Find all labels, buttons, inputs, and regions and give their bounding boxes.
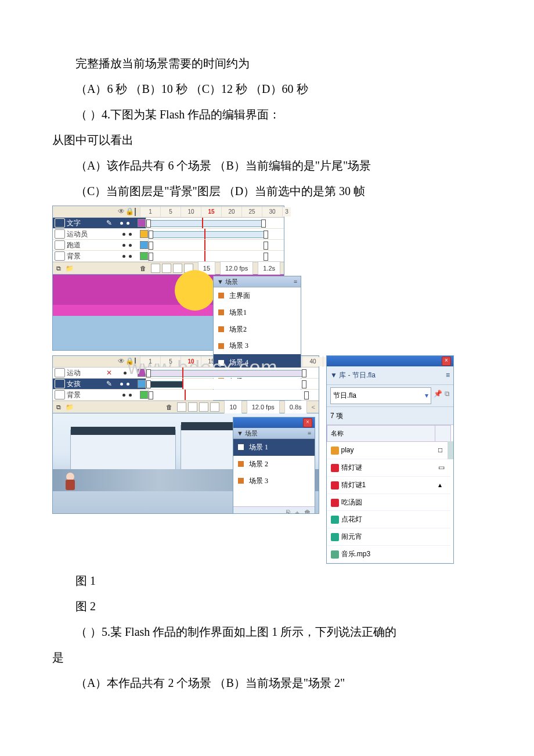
movieclip-icon [331,464,339,472]
scene-panel-title: ▼ 场景≡ [214,276,301,287]
scene-item[interactable]: 场景1 [214,304,301,321]
layer-color [138,219,146,227]
library-table: 名称 play□ 猜灯谜▭ 猜灯谜1▴ 吃汤圆 点花灯 闹元宵 音乐.mp3 [327,425,453,563]
frame-track[interactable] [146,218,284,228]
lock-icon: 🔒 [125,355,134,368]
eye-icon: 👁 [118,205,125,218]
fig2-label: 图 2 [52,595,476,617]
layer-color [140,230,148,238]
close-icon[interactable]: × [303,418,312,427]
outline-icon [135,208,136,216]
sun-shape [175,270,215,311]
add-scene-icon[interactable]: ＋ [294,506,301,514]
layer-type-icon [55,240,65,250]
q4-lead: 从图中可以看出 [52,129,476,151]
layer-name: 背景 [67,250,106,263]
fps-value: 12.0 fps [247,400,280,415]
library-title: ▼ 库 - 节日.fla [330,371,376,379]
list-item[interactable]: 猜灯谜1▴ [327,476,451,494]
elapsed-time: 1.2s [258,261,280,276]
delete-scene-icon[interactable]: 🗑 [304,506,311,514]
q4-optC: （C）当前图层是"背景"图层 （D）当前选中的是第 30 帧 [52,180,476,202]
list-item[interactable]: 音乐.mp3 [327,546,451,563]
panel-menu-icon[interactable]: ≡ [446,369,450,382]
list-item[interactable]: 猜灯谜▭ [327,459,451,477]
layer-type-icon [55,390,65,399]
eye-icon: 👁 [118,355,125,368]
pin-icon[interactable]: 📌 [434,387,442,404]
timeline-status: ⧉ 📁 🗑 10 12.0 fps 0.8s < [53,401,319,413]
library-item-count: 7 项 [327,407,453,426]
panel-menu-icon[interactable]: ≡ [294,276,297,288]
q5-stem: （ ）5.某 Flash 作品的制作界面如上图 1 所示，下列说法正确的 [52,621,476,643]
onion-skin-icons[interactable] [177,402,219,412]
layer-color [140,241,148,249]
close-icon[interactable]: × [442,357,451,366]
add-folder-icon[interactable]: 📁 [66,262,74,275]
fps-value: 12.0 fps [220,261,253,276]
elapsed-time: 0.8s [284,400,307,415]
layer-type-icon [55,251,65,261]
q5-tail: 是 [52,646,476,668]
pencil-icon: ✎ [106,217,112,230]
timeline-status: ⧉ 📁 🗑 15 12.0 fps 1.2s [53,262,284,274]
frame-ruler: 1510152025303 [140,207,291,217]
scene-item[interactable]: 场景2 [214,321,301,338]
stage-canvas: × ▼ 场景≡ 场景 1 场景 2 场景 3 ⎘＋🗑 [52,413,319,514]
column-header[interactable]: 名称 [327,426,435,442]
column-header[interactable] [435,426,450,442]
q3-line1: 完整播放当前场景需要的时间约为 [52,52,476,74]
layer-list: 文字 ✎ 运动员 [53,218,284,262]
scene-item[interactable]: 场景 2 [233,456,315,473]
graphic-icon [331,516,339,524]
stage-canvas: ▼ 场景≡ 主界面 场景1 场景2 场景 3 场景 4 片尾 ⎘＋🗑 [52,275,284,351]
list-item[interactable]: 点花灯 [327,511,451,528]
layer-name: 背景 [67,388,106,402]
list-item[interactable]: play□ [327,442,451,459]
q4-stem: （ ）4.下图为某 Flash 作品的编辑界面： [52,103,476,125]
layer-type-icon [55,218,65,228]
trash-icon[interactable]: 🗑 [140,262,146,275]
layer-color [138,369,146,377]
trash-icon[interactable]: 🗑 [166,401,172,413]
scene-item-selected[interactable]: 场景 1 [233,439,315,456]
library-panel: × ▼ 库 - 节日.fla≡ 节日.fla▾ 📌 ⧉ 7 项 名称 play□… [326,355,454,564]
q3-options: （A）6 秒 （B）10 秒 （C）12 秒 （D）60 秒 [52,78,476,100]
new-library-icon[interactable]: ⧉ [445,387,450,404]
outline-icon [135,358,136,366]
panel-menu-icon[interactable]: ≡ [308,427,311,440]
graphic-icon [331,533,339,541]
current-frame: 10 [224,400,241,415]
fig1-label: 图 1 [52,570,476,592]
duplicate-scene-icon[interactable]: ⎘ [286,506,290,514]
layer-color [138,380,146,388]
scene-item[interactable]: 主界面 [214,287,301,304]
add-layer-icon[interactable]: ⧉ [56,401,61,413]
scene-item[interactable]: 场景 3 [214,337,301,354]
layer-type-icon [55,368,65,377]
list-item[interactable]: 吃汤圆 [327,494,451,511]
sound-icon [331,550,339,559]
q5-optA: （A）本作品共有 2 个场景 （B）当前场景是"场景 2" [52,672,476,694]
layer-type-icon [55,229,65,239]
scene-item[interactable]: 场景 3 [233,473,315,489]
add-folder-icon[interactable]: 📁 [66,401,74,413]
library-file-select[interactable]: 节日.fla▾ [330,387,431,404]
scene-panel: × ▼ 场景≡ 场景 1 场景 2 场景 3 ⎘＋🗑 [233,417,315,514]
scene-panel-title: ▼ 场景 [237,427,258,440]
flash-panel-1: 👁 🔒 1510152025303 文字 ✎ [52,206,284,275]
lock-icon: 🔒 [125,205,134,218]
pencil-icon: ✎ [106,377,112,391]
list-item[interactable]: 闹元宵 [327,528,451,546]
layer-color [140,252,148,260]
girl-character [63,473,77,490]
q4-optA: （A）该作品共有 6 个场景 （B）当前编辑的是"片尾"场景 [52,154,476,177]
movieclip-icon [331,499,339,507]
layer-row[interactable]: 背景 [53,390,319,401]
button-symbol-icon [331,447,339,455]
layer-type-icon [55,379,65,388]
layer-color [140,391,148,399]
add-layer-icon[interactable]: ⧉ [56,262,61,275]
layer-row[interactable]: 背景 [53,251,284,262]
movieclip-icon [331,481,339,489]
